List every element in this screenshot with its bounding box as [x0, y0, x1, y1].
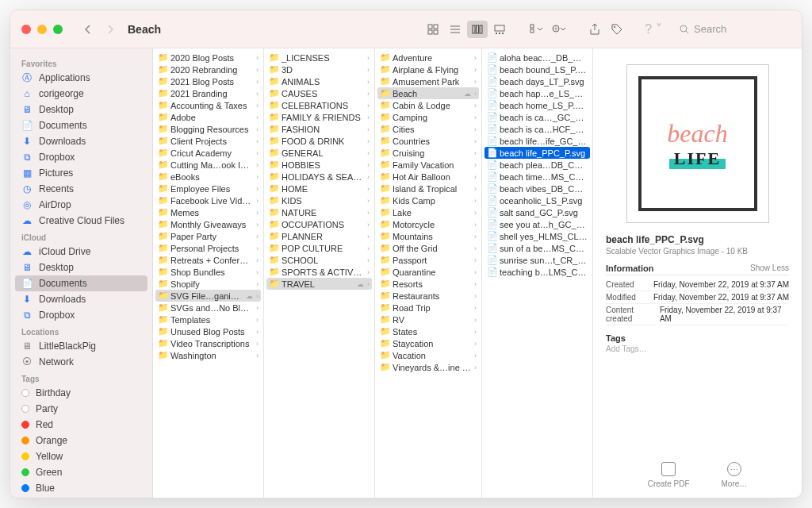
- folder-item[interactable]: 📁HOBBIES›: [264, 159, 374, 171]
- folder-item[interactable]: 📁CELEBRATIONS›: [264, 99, 374, 111]
- view-columns[interactable]: [467, 21, 488, 38]
- folder-item[interactable]: 📁Vacation›: [375, 349, 481, 361]
- folder-item[interactable]: 📁Video Transcriptions›: [153, 337, 263, 349]
- sidebar-item[interactable]: Birthday: [10, 385, 152, 401]
- add-tags-field[interactable]: Add Tags…: [606, 344, 789, 353]
- file-item[interactable]: 📄beach life_PPC_P.svg: [485, 147, 590, 159]
- folder-item[interactable]: 📁Memes›: [153, 206, 263, 218]
- group-by[interactable]: [526, 21, 546, 38]
- folder-item[interactable]: 📁Mountains›: [375, 230, 481, 242]
- folder-item[interactable]: 📁Shop Bundles›: [153, 266, 263, 278]
- view-list[interactable]: [445, 21, 465, 38]
- folder-item[interactable]: 📁Accounting & Taxes›: [153, 99, 263, 111]
- folder-item[interactable]: 📁Countries›: [375, 135, 481, 147]
- folder-item[interactable]: 📁Hot Air Balloon›: [375, 171, 481, 183]
- folder-item[interactable]: 📁Cities›: [375, 123, 481, 135]
- folder-item[interactable]: 📁Facebook Live Videos›: [153, 194, 263, 206]
- sidebar-item[interactable]: Red: [10, 417, 152, 433]
- folder-item[interactable]: 📁Personal Projects›: [153, 242, 263, 254]
- folder-item[interactable]: 📁Lake›: [375, 206, 481, 218]
- file-item[interactable]: 📄aloha beac…_DB_CL.svg: [482, 52, 592, 64]
- folder-item[interactable]: 📁2021 Branding›: [153, 87, 263, 99]
- folder-item[interactable]: 📁FOOD & DRINK›: [264, 135, 374, 147]
- folder-item[interactable]: 📁Cabin & Lodge›: [375, 99, 481, 111]
- sidebar-item[interactable]: ☁Creative Cloud Files: [10, 213, 152, 229]
- minimize-window[interactable]: [37, 25, 47, 34]
- folder-item[interactable]: 📁Templates›: [153, 314, 263, 325]
- file-item[interactable]: 📄beach is ca…HCF_P.svg: [482, 123, 592, 135]
- folder-item[interactable]: 📁2020 Rebranding›: [153, 64, 263, 75]
- folder-item[interactable]: 📁Retreats + Conferences›: [153, 254, 263, 266]
- file-item[interactable]: 📄see you at…h_GC_P.svg: [482, 218, 592, 230]
- sidebar-item[interactable]: Party: [10, 401, 152, 417]
- sidebar-item[interactable]: ⬇Downloads: [10, 133, 152, 149]
- folder-item[interactable]: 📁Monthly Giveaways›: [153, 218, 263, 230]
- file-item[interactable]: 📄teaching b…LMS_CL.svg: [482, 266, 592, 278]
- folder-item[interactable]: 📁GENERAL›: [264, 147, 374, 159]
- sidebar-item[interactable]: ⌂corigeorge: [10, 86, 152, 102]
- action-menu[interactable]: [548, 21, 569, 38]
- folder-item[interactable]: 📁ANIMALS›: [264, 75, 374, 87]
- view-gallery[interactable]: [489, 21, 510, 38]
- folder-item[interactable]: 📁Quarantine›: [375, 266, 481, 278]
- folder-item[interactable]: 📁SVG File…ganization☁›: [155, 290, 261, 302]
- sidebar-item[interactable]: 📄Documents: [15, 275, 147, 291]
- folder-item[interactable]: 📁Client Projects›: [153, 135, 263, 147]
- folder-item[interactable]: 📁Island & Tropical›: [375, 183, 481, 194]
- file-item[interactable]: 📄sun of a be…MS_CL.svg: [482, 242, 592, 254]
- folder-item[interactable]: 📁Airplane & Flying›: [375, 64, 481, 75]
- folder-item[interactable]: 📁CAUSES›: [264, 87, 374, 99]
- folder-item[interactable]: 📁Off the Grid›: [375, 242, 481, 254]
- file-item[interactable]: 📄oceanholic_LS_P.svg: [482, 194, 592, 206]
- folder-item[interactable]: 📁Staycation›: [375, 337, 481, 349]
- folder-item[interactable]: 📁OCCUPATIONS›: [264, 218, 374, 230]
- folder-item[interactable]: 📁eBooks›: [153, 171, 263, 183]
- file-item[interactable]: 📄beach is ca…_GC_P.svg: [482, 111, 592, 123]
- folder-item[interactable]: 📁2020 Blog Posts›: [153, 52, 263, 64]
- folder-item[interactable]: 📁States›: [375, 325, 481, 337]
- folder-item[interactable]: 📁Shopify›: [153, 278, 263, 290]
- folder-item[interactable]: 📁PLANNER›: [264, 230, 374, 242]
- folder-item[interactable]: 📁HOME›: [264, 183, 374, 194]
- folder-item[interactable]: 📁Employee Files›: [153, 183, 263, 194]
- share-button[interactable]: [584, 21, 605, 38]
- folder-item[interactable]: 📁Adventure›: [375, 52, 481, 64]
- sidebar-item[interactable]: ◎AirDrop: [10, 197, 152, 213]
- action-button[interactable]: ⋯More…: [722, 462, 748, 488]
- folder-item[interactable]: 📁POP CULTURE›: [264, 242, 374, 254]
- close-window[interactable]: [21, 25, 31, 34]
- sidebar-item[interactable]: ⦿Network: [10, 354, 152, 370]
- folder-item[interactable]: 📁Unused Blog Posts›: [153, 325, 263, 337]
- nav-back[interactable]: [80, 21, 96, 37]
- tags-button[interactable]: [607, 21, 627, 38]
- folder-item[interactable]: 📁Cutting Ma…ook Images›: [153, 159, 263, 171]
- sidebar-item[interactable]: ☁iCloud Drive: [10, 244, 152, 260]
- sidebar-item[interactable]: ⒶApplications: [10, 70, 152, 86]
- sidebar-item[interactable]: 🖥Desktop: [10, 102, 152, 117]
- sidebar-item[interactable]: ◉All Tags…: [10, 496, 152, 498]
- sidebar-item[interactable]: 🖥Desktop: [10, 260, 152, 275]
- sidebar-item[interactable]: Blue: [10, 480, 152, 496]
- folder-item[interactable]: 📁RV›: [375, 314, 481, 325]
- file-item[interactable]: 📄shell yes_HLMS_CL.svg: [482, 230, 592, 242]
- file-item[interactable]: 📄sunrise sun…t_CR_P.svg: [482, 254, 592, 266]
- sidebar-item[interactable]: ◷Recents: [10, 181, 152, 197]
- sidebar-item[interactable]: ▦Pictures: [10, 165, 152, 181]
- folder-item[interactable]: 📁Washington›: [153, 349, 263, 361]
- file-item[interactable]: 📄beach vibes_DB_CL.svg: [482, 183, 592, 194]
- folder-item[interactable]: 📁Vineyards &…ine Tasting›: [375, 361, 481, 373]
- folder-item[interactable]: 📁Family Vacation›: [375, 159, 481, 171]
- sidebar-item[interactable]: Yellow: [10, 448, 152, 464]
- sidebar-item[interactable]: Green: [10, 464, 152, 480]
- folder-item[interactable]: 📁SVGs and…No Blog Post›: [153, 302, 263, 314]
- sidebar-item[interactable]: 📄Documents: [10, 117, 152, 133]
- folder-item[interactable]: 📁NATURE›: [264, 206, 374, 218]
- file-item[interactable]: 📄beach life…ife_GC_P.svg: [482, 135, 592, 147]
- file-item[interactable]: 📄beach home_LS_P.svg: [482, 99, 592, 111]
- folder-item[interactable]: 📁_LICENSES›: [264, 52, 374, 64]
- file-item[interactable]: 📄beach plea…DB_CL.svg: [482, 159, 592, 171]
- folder-item[interactable]: 📁Paper Party›: [153, 230, 263, 242]
- folder-item[interactable]: 📁KIDS›: [264, 194, 374, 206]
- folder-item[interactable]: 📁Passport›: [375, 254, 481, 266]
- file-item[interactable]: 📄beach time…MS_CL.svg: [482, 171, 592, 183]
